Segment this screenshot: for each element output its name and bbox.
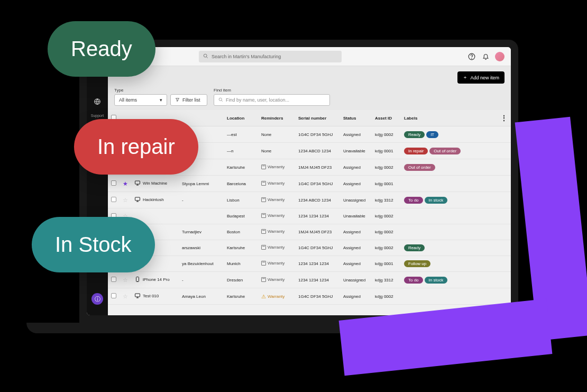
favorite-star[interactable]: ★ bbox=[123, 180, 128, 187]
device-cell: Win Machine bbox=[134, 180, 167, 186]
filter-list-button[interactable]: Filter list bbox=[170, 94, 207, 106]
type-select[interactable]: All items ▾ bbox=[114, 94, 167, 106]
asset-id-cell: kdjg 3312 bbox=[372, 192, 401, 208]
location-cell: Barcelona bbox=[224, 176, 258, 192]
main-panel: Search in Martin's Manufacturing ＋ Add n… bbox=[108, 47, 511, 315]
favorite-star[interactable]: ☆ bbox=[123, 293, 128, 299]
status-cell: Assigned bbox=[340, 126, 372, 143]
find-item-input[interactable]: Find by name, user, location... bbox=[214, 94, 330, 106]
avatar[interactable] bbox=[495, 52, 505, 61]
status-cell: Assigned bbox=[340, 240, 372, 256]
serial-cell: 1234 1234 1234 bbox=[295, 256, 340, 272]
device-cell: Test 010 bbox=[134, 293, 159, 299]
location-cell: Lisbon bbox=[224, 192, 258, 208]
col-location[interactable]: Location bbox=[224, 110, 258, 126]
asset-id-cell: kdjg 0002 bbox=[372, 224, 401, 240]
reminder-text: Warranty bbox=[261, 261, 285, 266]
table-row[interactable]: ☆ iPhone 14 Pro-Dresden Warranty1234 123… bbox=[108, 272, 511, 288]
calendar-icon bbox=[261, 261, 266, 266]
table-row[interactable]: ☆ ya BezuidenhoutMunich Warranty1234 123… bbox=[108, 256, 511, 272]
asset-id-cell: kdjg 0002 bbox=[372, 288, 401, 305]
bell-icon[interactable] bbox=[481, 52, 490, 61]
table-row[interactable]: ☆ Budapest Warranty1234 1234 1234Unavail… bbox=[108, 208, 511, 224]
action-bar: ＋ Add new item bbox=[108, 66, 511, 88]
asset-id-cell: kdjg 0002 bbox=[372, 208, 401, 224]
reminder-text: Warranty bbox=[261, 165, 285, 169]
calendar-icon bbox=[261, 213, 266, 218]
location-cell: —n bbox=[224, 143, 258, 159]
serial-cell: 1234 ABCD 1234 bbox=[295, 143, 340, 159]
support-icon[interactable] bbox=[90, 95, 104, 108]
col-serial[interactable]: Serial number bbox=[295, 110, 340, 126]
labels-cell: To doIn stock bbox=[401, 192, 497, 208]
help-icon[interactable] bbox=[467, 52, 476, 61]
table-row[interactable]: ☆ arszawskiKarlsruhe Warranty1G4C DF34 5… bbox=[108, 240, 511, 256]
col-labels[interactable]: Labels bbox=[401, 110, 497, 126]
reminder-text: Warranty bbox=[261, 229, 285, 234]
row-checkbox[interactable] bbox=[111, 197, 116, 202]
location-cell: Karlsruhe bbox=[224, 240, 258, 256]
user-cell: Amaya Leon bbox=[179, 288, 224, 305]
chevron-down-icon: ▾ bbox=[160, 97, 162, 103]
svg-rect-22 bbox=[135, 294, 140, 297]
status-cell: Assigned bbox=[340, 256, 372, 272]
more-menu-icon[interactable]: ⋮ bbox=[500, 114, 508, 122]
row-checkbox[interactable] bbox=[111, 293, 116, 298]
reminder-text: Warranty bbox=[261, 181, 285, 186]
labels-cell: To doIn stock bbox=[401, 272, 497, 288]
calendar-icon bbox=[261, 277, 266, 282]
asset-id-cell: kdjg 0001 bbox=[372, 176, 401, 192]
user-cell bbox=[179, 208, 224, 224]
status-cell: Assigned bbox=[340, 224, 372, 240]
svg-line-2 bbox=[206, 57, 208, 58]
col-asset-id[interactable]: Asset ID bbox=[372, 110, 401, 126]
table-row[interactable]: ★ Win MachineStyopa LemmiBarcelona Warra… bbox=[108, 176, 511, 192]
asset-id-cell: kdjg 0001 bbox=[372, 256, 401, 272]
col-reminders[interactable]: Reminders bbox=[258, 110, 295, 126]
plus-icon: ＋ bbox=[463, 74, 467, 81]
labels-cell bbox=[401, 288, 497, 305]
status-cell: Unassigned bbox=[340, 272, 372, 288]
calendar-icon bbox=[261, 181, 266, 186]
user-cell: ya Bezuidenhout bbox=[179, 256, 224, 272]
label-pill: Out of order bbox=[404, 164, 435, 171]
reminder-text: None bbox=[261, 132, 271, 137]
col-status[interactable]: Status bbox=[340, 110, 372, 126]
asset-id-cell: kdjg 0002 bbox=[372, 240, 401, 256]
status-cell: Assigned bbox=[340, 176, 372, 192]
app-screen: Support ⓘ Search in Martin's Manufacturi… bbox=[87, 47, 511, 315]
reminder-text: Warranty bbox=[261, 277, 285, 282]
calendar-icon bbox=[261, 245, 266, 250]
serial-cell: 1G4C DF34 5GHJ bbox=[295, 176, 340, 192]
labels-cell: Ready bbox=[401, 240, 497, 256]
user-cell: - bbox=[179, 192, 224, 208]
label-pill: IT bbox=[426, 131, 438, 138]
labels-cell bbox=[401, 176, 497, 192]
asset-id-cell: kdjg 0002 bbox=[372, 126, 401, 143]
sidebar-info[interactable]: ⓘ bbox=[91, 293, 103, 305]
row-checkbox[interactable] bbox=[111, 180, 116, 186]
reminder-text: Warranty bbox=[261, 245, 285, 250]
support-label: Support bbox=[91, 114, 104, 117]
asset-id-cell: kdjg 0002 bbox=[372, 159, 401, 176]
location-cell: Budapest bbox=[224, 208, 258, 224]
labels-cell: Out of order bbox=[401, 159, 497, 176]
table-row[interactable]: ☆ Test 010Amaya LeonKarlsruhe⚠ Warranty1… bbox=[108, 288, 511, 305]
svg-line-6 bbox=[222, 100, 223, 101]
table-row[interactable]: ☆ TurnadjievBoston Warranty1MJ4 MJ45 DF2… bbox=[108, 224, 511, 240]
add-item-button[interactable]: ＋ Add new item bbox=[457, 71, 505, 84]
info-icon[interactable]: ⓘ bbox=[91, 293, 103, 305]
favorite-star[interactable]: ☆ bbox=[123, 197, 128, 203]
label-pill: In stock bbox=[425, 197, 448, 204]
user-cell: Styopa Lemmi bbox=[179, 176, 224, 192]
favorite-star[interactable]: ☆ bbox=[123, 277, 128, 283]
search-icon bbox=[203, 53, 208, 60]
location-cell: Karlsruhe bbox=[224, 159, 258, 176]
row-checkbox[interactable] bbox=[111, 277, 116, 282]
status-cell: Assigned bbox=[340, 159, 372, 176]
table-row[interactable]: ☆ Hackintosh-Lisbon Warranty1234 ABCD 12… bbox=[108, 192, 511, 208]
global-search[interactable]: Search in Martin's Manufacturing bbox=[199, 51, 342, 62]
serial-cell: 1MJ4 MJ45 DF23 bbox=[295, 224, 340, 240]
location-cell: Dresden bbox=[224, 272, 258, 288]
svg-point-4 bbox=[472, 58, 472, 59]
